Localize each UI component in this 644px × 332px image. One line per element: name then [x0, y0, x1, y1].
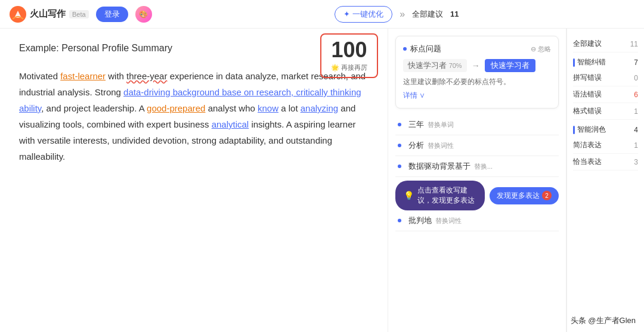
word-suggested[interactable]: 快速学习者 [485, 59, 535, 72]
volcano-icon [10, 6, 26, 23]
appropriate-count: 3 [634, 158, 638, 166]
suggestions-prefix: 全部建议 [412, 9, 443, 20]
concise-label: 简洁表达 [573, 140, 602, 150]
card-dot [403, 47, 407, 51]
smart-tone-header: 智能润色 4 [573, 125, 638, 135]
spelling-error-label: 拼写错误 [573, 73, 602, 83]
score-box: 100 🌟 再接再厉 [320, 33, 378, 78]
mini-item-fenxi[interactable]: 分析 替换词性 [395, 135, 559, 156]
score-emoji: 🌟 [331, 64, 339, 72]
smart-correction-header: 智能纠错 7 [573, 57, 638, 67]
mini-action-pijuan[interactable]: 替换词性 [435, 216, 462, 225]
mini-label-shuju: 数据驱动背景基于 [408, 161, 470, 172]
highlighted-analytical: analytical [212, 119, 249, 129]
middle-panel: 标点问题 ⊖ 忽略 快速学习者 70% → 快速学习者 这里建议删除不必要的标点… [388, 29, 566, 332]
right-panel: 全部建议 11 智能纠错 7 拼写错误 0 语法错误 6 格式错误 1 智能润色… [566, 29, 644, 332]
app-header: 火山写作 Beta 登录 🎨 ✦ 一键优化 » 全部建议 11 [0, 0, 644, 29]
avatar: 🎨 [135, 6, 152, 23]
all-suggestions-count: 11 [630, 40, 638, 48]
spelling-error-item[interactable]: 拼写错误 0 [573, 70, 638, 86]
section-title-tone: 智能润色 [577, 125, 606, 135]
mini-item-shuju[interactable]: 数据驱动背景基于 替换... [395, 156, 559, 177]
mini-dot [398, 123, 401, 126]
grammar-error-item[interactable]: 语法错误 6 [573, 86, 638, 103]
header-center: ✦ 一键优化 » 全部建议 11 [159, 6, 634, 23]
mini-item-sannian[interactable]: 三年 替换单词 [395, 114, 559, 135]
card-desc: 这里建议删除不必要的标点符号。 [403, 77, 551, 87]
word-original: 快速学习者 70% [403, 59, 467, 72]
watermark: 头条 @生产者Glen [567, 314, 639, 327]
section-count-correction: 7 [634, 58, 638, 67]
suggestions-count: 11 [450, 10, 459, 18]
score-text: 再接再厉 [341, 63, 367, 72]
grammar-error-count: 6 [634, 91, 638, 99]
beta-badge: Beta [69, 10, 89, 18]
format-error-count: 1 [634, 107, 638, 116]
card-header-left: 标点问题 [403, 44, 441, 54]
logo-text: 火山写作 [30, 8, 66, 20]
concise-item[interactable]: 简洁表达 1 [573, 137, 638, 154]
score-number: 100 [331, 39, 367, 61]
section-indicator-tone [573, 126, 575, 134]
main-area: Example: Personal Profile Summary 100 🌟 … [0, 29, 644, 332]
editor-area[interactable]: Example: Personal Profile Summary 100 🌟 … [0, 29, 388, 332]
word-comparison: 快速学习者 70% → 快速学习者 [403, 59, 551, 72]
discover-label: 发现更多表达 [497, 191, 540, 201]
concise-count: 1 [634, 141, 638, 150]
suggestion-card-punctuation: 标点问题 ⊖ 忽略 快速学习者 70% → 快速学习者 这里建议删除不必要的标点… [395, 36, 559, 108]
word-score: 70% [449, 62, 462, 69]
doc-content: Motivated fast-learner with three-year e… [19, 68, 369, 165]
spark-icon: ✦ [343, 10, 350, 18]
mini-item-wrapper-shuju: 数据驱动背景基于 替换... 💡 点击查看改写建议，发现更多表达 发现更多表达 … [395, 156, 559, 210]
optimize-button[interactable]: ✦ 一键优化 [335, 6, 392, 23]
card-header: 标点问题 ⊖ 忽略 [403, 44, 551, 54]
highlighted-three-year: three-year [126, 71, 167, 81]
more-button[interactable]: » [400, 9, 405, 20]
mini-label-fenxi: 分析 [408, 140, 424, 151]
tooltip-row: 💡 点击查看改写建议，发现更多表达 发现更多表达 2 [395, 181, 559, 210]
all-suggestions-label: 全部建议 [573, 39, 602, 49]
section-indicator-correction [573, 58, 575, 67]
highlighted-analyzing: analyzing [301, 103, 338, 113]
card-title: 标点问题 [410, 44, 441, 54]
section-title-correction: 智能纠错 [577, 57, 606, 67]
login-button[interactable]: 登录 [96, 7, 128, 22]
mini-dot-3 [398, 165, 401, 168]
spelling-error-count: 0 [634, 74, 638, 82]
format-error-item[interactable]: 格式错误 1 [573, 103, 638, 120]
appropriate-item[interactable]: 恰当表达 3 [573, 154, 638, 170]
appropriate-label: 恰当表达 [573, 157, 602, 167]
format-error-label: 格式错误 [573, 106, 602, 116]
mini-dot-2 [398, 144, 401, 147]
highlighted-fast-learner: fast-learner [60, 71, 106, 81]
mini-item-pijuan[interactable]: 批判地 替换词性 [395, 210, 559, 231]
mini-label-pijuan: 批判地 [408, 215, 432, 226]
all-suggestions-item[interactable]: 全部建议 11 [573, 36, 638, 52]
card-ignore-button[interactable]: ⊖ 忽略 [531, 45, 551, 54]
tooltip-text: 点击查看改写建议，发现更多表达 [417, 185, 476, 206]
mini-action-fenxi[interactable]: 替换词性 [428, 141, 454, 150]
highlighted-know: know [258, 103, 278, 113]
doc-title: Example: Personal Profile Summary [19, 43, 369, 54]
mini-action-shuju[interactable]: 替换... [474, 162, 493, 171]
card-detail-button[interactable]: 详情 ∨ [403, 91, 551, 101]
discover-badge: 2 [542, 191, 552, 200]
word-arrow: → [472, 61, 480, 70]
logo-area: 火山写作 Beta [10, 6, 89, 23]
optimize-label: 一键优化 [352, 9, 383, 20]
section-count-tone: 4 [634, 126, 638, 134]
highlighted-good-prepared: good-prepared [147, 103, 205, 113]
score-label: 🌟 再接再厉 [331, 63, 367, 72]
bulb-icon: 💡 [404, 191, 414, 200]
mini-dot-4 [398, 219, 401, 222]
mini-action-sannian[interactable]: 替换单词 [428, 120, 454, 129]
tooltip-bubble: 💡 点击查看改写建议，发现更多表达 [395, 181, 485, 210]
discover-button[interactable]: 发现更多表达 2 [490, 187, 559, 204]
grammar-error-label: 语法错误 [573, 89, 602, 100]
mini-label-sannian: 三年 [408, 119, 424, 130]
